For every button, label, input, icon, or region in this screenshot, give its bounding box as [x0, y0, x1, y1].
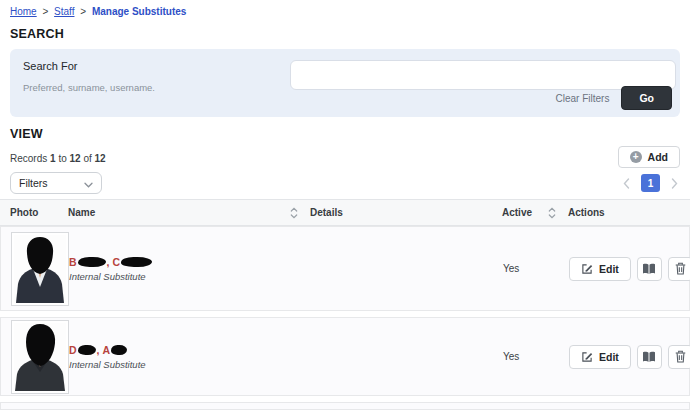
- name-cell: B , C Internal Substitute: [69, 256, 311, 282]
- column-header-photo: Photo: [10, 207, 68, 218]
- sort-icon: [290, 207, 298, 219]
- table-header-row: Photo Name Details Active Actions: [0, 199, 690, 226]
- staff-portrait-redacted: [14, 235, 66, 303]
- actions-cell: Edit: [569, 257, 690, 281]
- search-panel: Search For Preferred, surname, username.…: [10, 49, 680, 117]
- table-row-partial: [0, 402, 690, 410]
- column-header-actions: Actions: [568, 207, 684, 218]
- add-button[interactable]: + Add: [618, 146, 680, 168]
- table-row: D , A Internal Substitute Yes Edit: [0, 317, 690, 396]
- name-separator: ,: [107, 256, 110, 268]
- records-to: 12: [70, 153, 81, 164]
- records-count: Records 1 to 12 of 12: [10, 153, 106, 168]
- timetable-button[interactable]: [637, 345, 662, 369]
- staff-photo: [11, 232, 69, 306]
- open-book-icon: [642, 351, 656, 363]
- photo-cell: [11, 232, 69, 306]
- photo-cell: [11, 320, 69, 394]
- substitutes-table: Photo Name Details Active Actions: [0, 199, 690, 410]
- trash-icon: [675, 262, 686, 275]
- view-toolbar-top: Records 1 to 12 of 12 + Add: [10, 146, 680, 168]
- trash-icon: [675, 350, 686, 363]
- forename-initial: A: [102, 344, 110, 356]
- actions-cell: Edit: [569, 345, 690, 369]
- sort-icon: [548, 207, 556, 219]
- pagination: 1: [621, 174, 680, 192]
- column-header-name: Name: [68, 207, 310, 219]
- records-label: Records: [10, 153, 47, 164]
- active-cell: Yes: [503, 351, 569, 362]
- edit-button-label: Edit: [599, 263, 619, 275]
- records-from: 1: [50, 153, 56, 164]
- name-redaction: [78, 345, 96, 355]
- edit-pencil-icon: [581, 263, 593, 275]
- active-cell: Yes: [503, 263, 569, 274]
- edit-pencil-icon: [581, 351, 593, 363]
- open-book-icon: [642, 263, 656, 275]
- delete-button[interactable]: [668, 345, 690, 369]
- chevron-right-icon: [671, 178, 678, 189]
- table-row: B , C Internal Substitute Yes Edit: [0, 226, 690, 311]
- staff-portrait-redacted: [14, 323, 66, 391]
- records-total: 12: [95, 153, 106, 164]
- name-redaction: [121, 257, 152, 267]
- records-to-word: to: [58, 153, 66, 164]
- staff-role: Internal Substitute: [69, 271, 311, 282]
- breadcrumb-link-home[interactable]: Home: [10, 6, 37, 17]
- surname-initial: B: [69, 256, 77, 268]
- staff-role: Internal Substitute: [69, 359, 311, 370]
- breadcrumb-current-page: Manage Substitutes: [92, 6, 186, 17]
- pagination-next-button[interactable]: [669, 176, 680, 191]
- sort-name-button[interactable]: [290, 207, 298, 219]
- sort-active-button[interactable]: [548, 207, 556, 219]
- name-cell: D , A Internal Substitute: [69, 344, 311, 370]
- column-header-active-label: Active: [502, 207, 532, 218]
- breadcrumb: Home > Staff > Manage Substitutes: [0, 0, 690, 17]
- search-field-hint: Preferred, surname, username.: [23, 82, 155, 93]
- go-button[interactable]: Go: [621, 86, 672, 110]
- search-footer: Clear Filters Go: [556, 86, 673, 110]
- breadcrumb-separator: >: [80, 6, 86, 17]
- forename-initial: C: [112, 256, 120, 268]
- clear-filters-link[interactable]: Clear Filters: [556, 93, 610, 104]
- staff-photo: [11, 320, 69, 394]
- breadcrumb-link-staff[interactable]: Staff: [54, 6, 74, 17]
- chevron-down-icon: [84, 174, 93, 192]
- filters-dropdown[interactable]: Filters: [10, 172, 102, 194]
- column-header-active: Active: [502, 207, 568, 219]
- name-redaction: [111, 345, 127, 355]
- pagination-page-1-button[interactable]: 1: [641, 174, 660, 192]
- timetable-button[interactable]: [637, 257, 662, 281]
- filters-dropdown-label: Filters: [19, 177, 48, 189]
- pagination-prev-button[interactable]: [621, 176, 632, 191]
- edit-button[interactable]: Edit: [569, 257, 631, 281]
- column-header-details: Details: [310, 207, 502, 218]
- column-header-name-label: Name: [68, 207, 95, 218]
- edit-button[interactable]: Edit: [569, 345, 631, 369]
- breadcrumb-separator: >: [42, 6, 48, 17]
- view-toolbar-bottom: Filters 1: [10, 172, 680, 194]
- edit-button-label: Edit: [599, 351, 619, 363]
- search-field-label: Search For: [23, 60, 77, 72]
- staff-name-link[interactable]: D , A: [69, 344, 311, 356]
- records-of-word: of: [83, 153, 91, 164]
- chevron-left-icon: [623, 178, 630, 189]
- view-section-title: VIEW: [10, 127, 680, 141]
- circle-plus-icon: +: [630, 151, 642, 163]
- name-separator: ,: [97, 344, 100, 356]
- search-section-title: SEARCH: [10, 27, 680, 41]
- name-redaction: [78, 257, 106, 267]
- surname-initial: D: [69, 344, 77, 356]
- add-button-label: Add: [648, 151, 668, 163]
- delete-button[interactable]: [668, 257, 690, 281]
- staff-name-link[interactable]: B , C: [69, 256, 311, 268]
